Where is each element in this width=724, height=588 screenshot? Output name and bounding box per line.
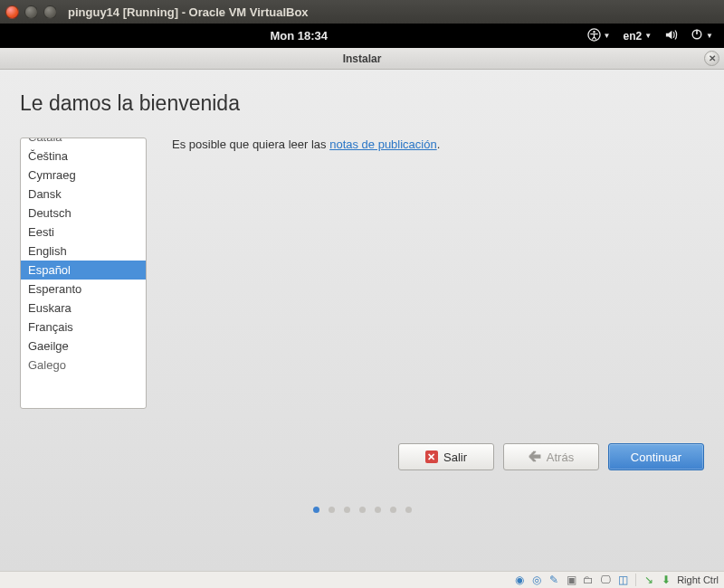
hdd-icon[interactable]: ◉: [513, 574, 526, 586]
guest-topbar: Mon 18:34 ▼ en2 ▼ ▼: [0, 24, 724, 48]
display-icon[interactable]: 🖵: [599, 574, 612, 586]
step-dot: [375, 507, 381, 513]
power-menu[interactable]: ▼: [691, 28, 713, 43]
installer-window: Instalar ✕ Le damos la bienvenida Català…: [0, 48, 724, 571]
language-option[interactable]: Čeština: [21, 147, 146, 166]
chevron-down-icon: ▼: [644, 32, 652, 40]
input-source-label: en2: [623, 30, 642, 43]
language-option[interactable]: Esperanto: [21, 280, 146, 299]
power-icon: [691, 28, 703, 43]
quit-button-label: Salir: [443, 450, 467, 464]
usb-icon[interactable]: ✎: [548, 574, 560, 586]
page-title: Le damos la bienvenida: [20, 91, 704, 116]
back-button-label: Atrás: [547, 450, 574, 464]
volume-icon: [664, 28, 678, 44]
language-option[interactable]: Español: [21, 261, 146, 280]
continue-button-label: Continuar: [631, 450, 681, 464]
language-option[interactable]: Dansk: [21, 185, 146, 204]
step-dot: [390, 507, 396, 513]
svg-point-1: [593, 31, 595, 33]
host-key-label: Right Ctrl: [677, 574, 719, 585]
language-list[interactable]: CatalàČeštinaCymraegDanskDeutschEestiEng…: [20, 138, 147, 409]
step-dot: [344, 507, 350, 513]
keyboard-capture-icon[interactable]: ⬇: [660, 574, 672, 586]
intro-suffix: .: [437, 138, 441, 151]
language-option[interactable]: English: [21, 242, 146, 261]
language-option[interactable]: Català: [21, 138, 146, 147]
language-option[interactable]: Euskara: [21, 299, 146, 318]
installer-titlebar: Instalar ✕: [0, 48, 724, 70]
continue-button[interactable]: Continuar: [608, 443, 704, 470]
host-minimize-button[interactable]: [24, 5, 38, 19]
language-option[interactable]: Français: [21, 318, 146, 337]
accessibility-icon: [587, 28, 601, 44]
accessibility-menu[interactable]: ▼: [587, 28, 611, 44]
chevron-down-icon: ▼: [706, 32, 713, 40]
step-dot: [359, 507, 366, 513]
host-titlebar: pinguy14 [Running] - Oracle VM VirtualBo…: [0, 0, 724, 24]
vrdp-icon[interactable]: ◫: [616, 574, 629, 586]
button-row: ✕ Salir 🡰 Atrás Continuar: [20, 443, 704, 470]
quit-button[interactable]: ✕ Salir: [398, 443, 494, 470]
language-option[interactable]: Cymraeg: [21, 166, 146, 185]
host-maximize-button[interactable]: [43, 5, 57, 19]
installer-close-button[interactable]: ✕: [704, 51, 719, 66]
host-close-button[interactable]: [5, 5, 19, 19]
step-dot: [313, 507, 319, 513]
chevron-down-icon: ▼: [604, 32, 611, 40]
host-statusbar: ◉ ◎ ✎ ▣ 🗀 🖵 ◫ ↘ ⬇ Right Ctrl: [0, 571, 724, 588]
clock[interactable]: Mon 18:34: [270, 29, 328, 43]
back-button: 🡰 Atrás: [503, 443, 599, 470]
close-icon: ✕: [425, 450, 438, 463]
intro-text: Es posible que quiera leer las notas de …: [172, 138, 440, 409]
volume-menu[interactable]: [664, 28, 678, 44]
release-notes-link[interactable]: notas de publicación: [329, 138, 437, 151]
step-indicator: [20, 507, 704, 513]
host-window-title: pinguy14 [Running] - Oracle VM VirtualBo…: [68, 5, 309, 19]
language-option[interactable]: Eesti: [21, 223, 146, 242]
installer-window-title: Instalar: [343, 52, 382, 65]
intro-prefix: Es posible que quiera leer las: [172, 138, 329, 151]
language-option[interactable]: Galego: [21, 356, 146, 375]
language-option[interactable]: Gaeilge: [21, 337, 146, 356]
input-source-menu[interactable]: en2 ▼: [623, 30, 652, 43]
step-dot: [329, 507, 335, 513]
arrow-left-icon: 🡰: [529, 450, 541, 464]
mouse-integration-icon[interactable]: ↘: [643, 574, 655, 586]
network-icon[interactable]: ▣: [565, 574, 577, 586]
step-dot: [405, 507, 412, 513]
shared-folder-icon[interactable]: 🗀: [582, 574, 595, 586]
cd-icon[interactable]: ◎: [530, 574, 543, 586]
language-option[interactable]: Deutsch: [21, 204, 146, 223]
